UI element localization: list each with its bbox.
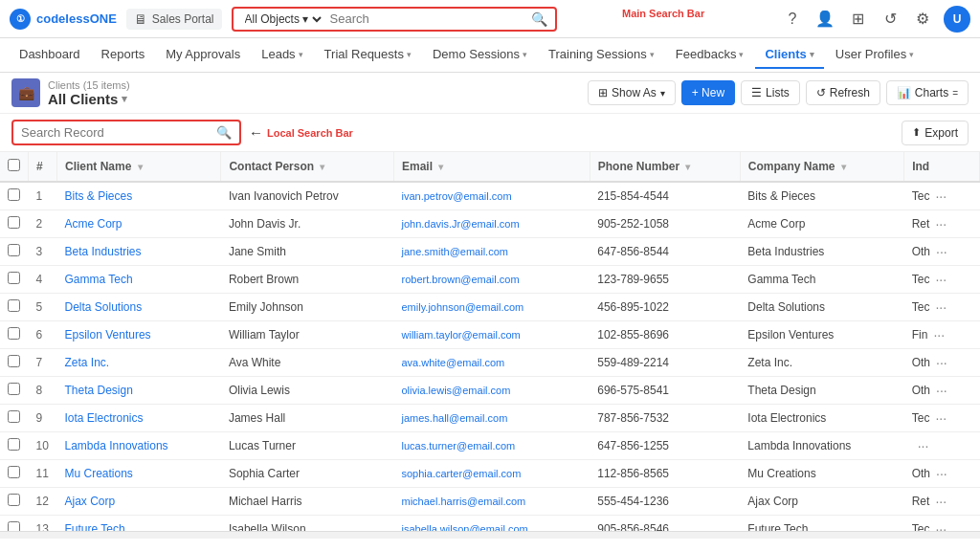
main-search-bar[interactable]: All Objects ▾ 🔍 (232, 7, 557, 32)
refresh-button[interactable]: ↺ Refresh (806, 80, 880, 105)
row-checkbox[interactable] (8, 466, 20, 478)
row-more-button[interactable]: ··· (931, 299, 950, 315)
row-contact: Olivia Lewis (221, 377, 394, 405)
show-as-button[interactable]: ⊞ Show As ▾ (588, 80, 676, 105)
user-avatar[interactable]: U (944, 6, 970, 33)
client-name-link[interactable]: Iota Electronics (65, 411, 144, 425)
row-num: 12 (29, 488, 57, 516)
client-name-link[interactable]: Future Tech (65, 522, 125, 531)
header-phone[interactable]: Phone Number ▾ (590, 152, 740, 182)
row-more-button[interactable]: ··· (914, 438, 933, 453)
row-company: Gamma Tech (740, 266, 903, 294)
client-name-link[interactable]: Beta Industries (65, 245, 142, 258)
email-link[interactable]: sophia.carter@email.com (402, 468, 522, 479)
row-more-button[interactable]: ··· (931, 272, 950, 287)
sales-portal-badge[interactable]: 🖥 Sales Portal (126, 9, 222, 30)
nav-reports[interactable]: Reports (92, 41, 155, 69)
export-button[interactable]: ⬆ Export (902, 121, 969, 145)
row-phone: 559-489-2214 (590, 349, 740, 377)
help-icon[interactable]: ? (781, 8, 804, 31)
search-record-input[interactable] (21, 125, 211, 140)
row-checkbox[interactable] (8, 383, 20, 395)
select-all-checkbox[interactable] (8, 159, 20, 171)
email-link[interactable]: lucas.turner@email.com (402, 440, 516, 452)
lists-button[interactable]: ☰ Lists (741, 80, 800, 105)
clients-title-arrow: ▾ (122, 93, 127, 105)
search-record-container[interactable]: 🔍 (11, 120, 241, 145)
nav-feedbacks[interactable]: Feedbacks ▾ (666, 41, 754, 69)
row-checkbox[interactable] (8, 299, 20, 312)
client-name-link[interactable]: Epsilon Ventures (65, 328, 151, 342)
client-name-link[interactable]: Acme Corp (65, 217, 122, 231)
row-more-button[interactable]: ··· (931, 188, 950, 204)
email-link[interactable]: ivan.petrov@email.com (402, 190, 512, 202)
new-button[interactable]: + New (681, 80, 735, 105)
client-name-link[interactable]: Gamma Tech (65, 273, 133, 286)
object-select[interactable]: All Objects ▾ (241, 11, 324, 27)
email-link[interactable]: jane.smith@email.com (402, 246, 508, 257)
email-link[interactable]: olivia.lewis@email.com (402, 385, 511, 396)
row-num: 4 (29, 266, 57, 294)
row-checkbox[interactable] (8, 216, 20, 229)
row-checkbox[interactable] (8, 272, 20, 284)
row-more-button[interactable]: ··· (931, 494, 950, 509)
row-more-button[interactable]: ··· (932, 466, 951, 481)
client-name-link[interactable]: Mu Creations (65, 467, 133, 480)
email-link[interactable]: robert.brown@email.com (402, 274, 520, 285)
row-more-button[interactable]: ··· (931, 521, 950, 531)
row-phone: 456-895-1022 (590, 294, 740, 321)
row-checkbox[interactable] (8, 244, 20, 256)
row-more-button[interactable]: ··· (932, 244, 951, 259)
nav-training-label: Training Sessions (548, 47, 647, 61)
nav-user-profiles[interactable]: User Profiles ▾ (826, 41, 924, 69)
row-checkbox[interactable] (8, 355, 20, 367)
row-checkbox[interactable] (8, 438, 20, 451)
row-more-button[interactable]: ··· (932, 355, 951, 370)
email-link[interactable]: william.taylor@email.com (402, 329, 521, 341)
row-more-button[interactable]: ··· (929, 327, 948, 342)
row-more-button[interactable]: ··· (931, 410, 950, 426)
client-name-link[interactable]: Bits & Pieces (65, 189, 133, 203)
row-checkbox[interactable] (8, 410, 20, 423)
history-icon[interactable]: ↺ (879, 8, 902, 31)
row-checkbox[interactable] (8, 327, 20, 340)
horizontal-scrollbar[interactable] (0, 531, 980, 539)
client-name-link[interactable]: Lambda Innovations (65, 439, 168, 452)
email-link[interactable]: ava.white@email.com (402, 357, 505, 368)
main-search-input[interactable] (330, 11, 525, 26)
client-name-link[interactable]: Zeta Inc. (65, 356, 110, 369)
client-name-link[interactable]: Theta Design (65, 384, 133, 397)
lists-icon: ☰ (751, 86, 762, 99)
settings-icon[interactable]: ⚙ (911, 8, 934, 31)
header-contact[interactable]: Contact Person ▾ (221, 152, 394, 182)
row-checkbox[interactable] (8, 521, 20, 531)
header-client-name[interactable]: Client Name ▾ (57, 152, 221, 182)
nav-demo-sessions[interactable]: Demo Sessions ▾ (423, 41, 537, 69)
nav-approvals[interactable]: My Approvals (156, 41, 250, 69)
export-icon: ⬆ (912, 126, 921, 139)
row-checkbox[interactable] (8, 494, 20, 506)
email-link[interactable]: michael.harris@email.com (402, 496, 526, 507)
email-link[interactable]: james.hall@email.com (402, 412, 508, 424)
email-link[interactable]: emily.johnson@email.com (402, 301, 524, 313)
row-more-button[interactable]: ··· (932, 383, 951, 398)
header-email[interactable]: Email ▾ (394, 152, 590, 182)
nav-trial-requests[interactable]: Trial Requests ▾ (315, 41, 421, 69)
header-company[interactable]: Company Name ▾ (740, 152, 903, 182)
nav-training-sessions[interactable]: Training Sessions ▾ (539, 41, 664, 69)
nav-clients[interactable]: Clients ▾ (755, 41, 823, 69)
client-name-link[interactable]: Delta Solutions (65, 300, 143, 314)
users-icon[interactable]: 👤 (813, 8, 836, 31)
row-contact: Lucas Turner (221, 432, 394, 460)
row-contact: Michael Harris (221, 488, 394, 516)
email-link[interactable]: john.davis.Jr@email.com (402, 218, 520, 230)
charts-button[interactable]: 📊 Charts = (886, 80, 969, 105)
client-name-link[interactable]: Ajax Corp (65, 495, 116, 508)
grid-icon[interactable]: ⊞ (846, 8, 869, 31)
row-more-button[interactable]: ··· (931, 216, 950, 231)
email-link[interactable]: isabella.wilson@email.com (402, 523, 528, 531)
row-email: isabella.wilson@email.com (394, 516, 590, 532)
row-checkbox[interactable] (8, 188, 20, 201)
nav-leads[interactable]: Leads ▾ (252, 41, 312, 69)
nav-dashboard[interactable]: Dashboard (10, 41, 90, 69)
